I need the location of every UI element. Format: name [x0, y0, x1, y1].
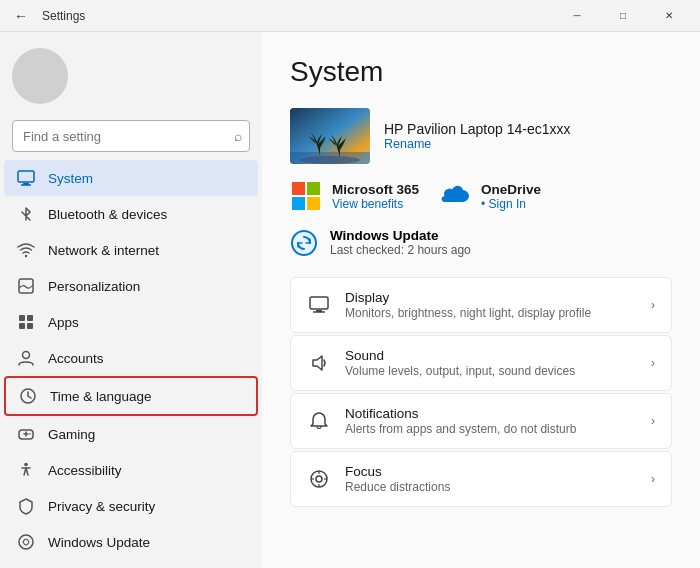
focus-desc: Reduce distractions [345, 480, 637, 494]
svg-point-3 [25, 255, 27, 257]
update-row[interactable]: Windows Update Last checked: 2 hours ago [290, 228, 672, 257]
notifications-icon [307, 409, 331, 433]
onedrive-icon [439, 180, 471, 212]
svg-point-14 [29, 433, 31, 435]
onedrive-card[interactable]: OneDrive • Sign In [439, 180, 541, 212]
svg-rect-6 [27, 315, 33, 321]
nav-list: System Bluetooth & devices [0, 160, 262, 560]
notifications-desc: Alerts from apps and system, do not dist… [345, 422, 637, 436]
page-title: System [290, 56, 672, 88]
maximize-button[interactable]: □ [600, 0, 646, 32]
app-title: Settings [42, 9, 85, 23]
svg-rect-20 [292, 182, 305, 195]
sidebar-item-accounts-label: Accounts [48, 351, 104, 366]
sidebar-item-bluetooth[interactable]: Bluetooth & devices [4, 196, 258, 232]
notifications-text: Notifications Alerts from apps and syste… [345, 406, 637, 436]
sidebar-item-windowsupdate[interactable]: Windows Update [4, 524, 258, 560]
minimize-button[interactable]: ─ [554, 0, 600, 32]
focus-title: Focus [345, 464, 637, 479]
sidebar-item-accounts[interactable]: Accounts [4, 340, 258, 376]
services-row: Microsoft 365 View benefits OneDrive • S… [290, 180, 672, 212]
microsoft365-info: Microsoft 365 View benefits [332, 182, 419, 211]
accounts-icon [16, 348, 36, 368]
update-title: Windows Update [330, 228, 471, 243]
onedrive-name: OneDrive [481, 182, 541, 197]
sidebar-item-accessibility[interactable]: Accessibility [4, 452, 258, 488]
content-area: System [262, 32, 700, 568]
sidebar-item-time-label: Time & language [50, 389, 152, 404]
settings-item-display[interactable]: Display Monitors, brightness, night ligh… [290, 277, 672, 333]
gaming-icon [16, 424, 36, 444]
display-text: Display Monitors, brightness, night ligh… [345, 290, 637, 320]
sidebar-item-apps[interactable]: Apps [4, 304, 258, 340]
microsoft365-icon [290, 180, 322, 212]
svg-point-16 [19, 535, 33, 549]
svg-rect-19 [290, 152, 370, 164]
avatar [12, 48, 68, 104]
focus-icon [307, 467, 331, 491]
svg-rect-7 [19, 323, 25, 329]
device-image [290, 108, 370, 164]
sidebar-item-windowsupdate-label: Windows Update [48, 535, 150, 550]
update-sub: Last checked: 2 hours ago [330, 243, 471, 257]
back-button[interactable]: ← [8, 8, 34, 24]
sidebar-item-system-label: System [48, 171, 93, 186]
search-input[interactable] [12, 120, 250, 152]
sidebar-item-accessibility-label: Accessibility [48, 463, 122, 478]
time-icon [18, 386, 38, 406]
titlebar: ← Settings ─ □ ✕ [0, 0, 700, 32]
sound-text: Sound Volume levels, output, input, soun… [345, 348, 637, 378]
microsoft365-name: Microsoft 365 [332, 182, 419, 197]
svg-point-24 [292, 231, 316, 255]
settings-item-focus[interactable]: Focus Reduce distractions › [290, 451, 672, 507]
sidebar-item-time[interactable]: Time & language [4, 376, 258, 416]
focus-chevron: › [651, 472, 655, 486]
search-icon: ⌕ [234, 128, 242, 144]
network-icon [16, 240, 36, 260]
personalization-icon [16, 276, 36, 296]
search-box: ⌕ [12, 120, 250, 152]
sound-desc: Volume levels, output, input, sound devi… [345, 364, 637, 378]
onedrive-sub[interactable]: • Sign In [481, 197, 541, 211]
sound-icon [307, 351, 331, 375]
settings-item-notifications[interactable]: Notifications Alerts from apps and syste… [290, 393, 672, 449]
device-info: HP Pavilion Laptop 14-ec1xxx Rename [384, 121, 571, 151]
sidebar-item-gaming[interactable]: Gaming [4, 416, 258, 452]
focus-text: Focus Reduce distractions [345, 464, 637, 494]
svg-rect-25 [310, 297, 328, 309]
sidebar: ⌕ System [0, 32, 262, 568]
sidebar-item-system[interactable]: System [4, 160, 258, 196]
sound-chevron: › [651, 356, 655, 370]
svg-rect-8 [27, 323, 33, 329]
rename-link[interactable]: Rename [384, 137, 571, 151]
svg-rect-23 [307, 197, 320, 210]
sound-title: Sound [345, 348, 637, 363]
sidebar-item-privacy[interactable]: Privacy & security [4, 488, 258, 524]
windows-update-icon [290, 229, 318, 257]
svg-rect-22 [292, 197, 305, 210]
sidebar-item-network[interactable]: Network & internet [4, 232, 258, 268]
privacy-icon [16, 496, 36, 516]
svg-point-9 [23, 352, 30, 359]
microsoft365-sub[interactable]: View benefits [332, 197, 419, 211]
sidebar-item-network-label: Network & internet [48, 243, 159, 258]
close-button[interactable]: ✕ [646, 0, 692, 32]
notifications-title: Notifications [345, 406, 637, 421]
settings-list: Display Monitors, brightness, night ligh… [290, 277, 672, 507]
svg-rect-5 [19, 315, 25, 321]
apps-icon [16, 312, 36, 332]
device-name: HP Pavilion Laptop 14-ec1xxx [384, 121, 571, 137]
sidebar-item-personalization[interactable]: Personalization [4, 268, 258, 304]
device-card: HP Pavilion Laptop 14-ec1xxx Rename [290, 108, 672, 164]
onedrive-info: OneDrive • Sign In [481, 182, 541, 211]
sidebar-item-gaming-label: Gaming [48, 427, 95, 442]
display-chevron: › [651, 298, 655, 312]
svg-rect-0 [18, 171, 34, 182]
svg-point-15 [24, 463, 28, 467]
svg-point-29 [316, 476, 322, 482]
settings-item-sound[interactable]: Sound Volume levels, output, input, soun… [290, 335, 672, 391]
microsoft365-card[interactable]: Microsoft 365 View benefits [290, 180, 419, 212]
display-desc: Monitors, brightness, night light, displ… [345, 306, 637, 320]
titlebar-left: ← Settings [8, 8, 85, 24]
system-icon [16, 168, 36, 188]
